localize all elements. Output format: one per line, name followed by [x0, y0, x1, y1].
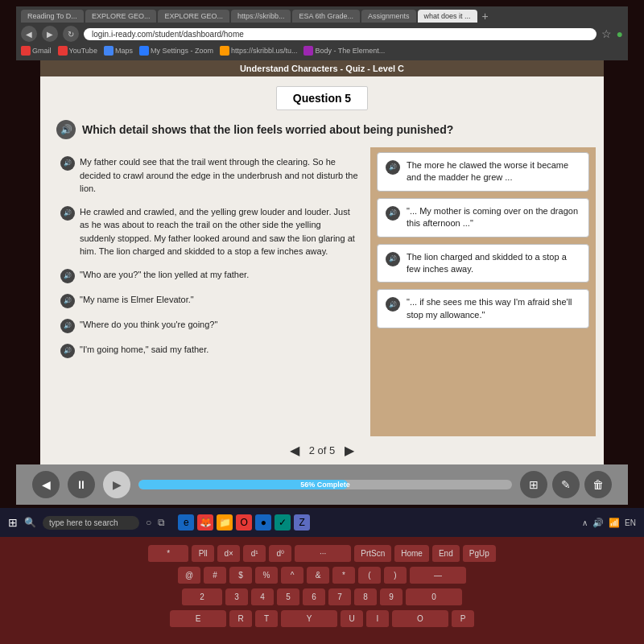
- taskbar-search-label[interactable]: type here to search: [43, 516, 139, 530]
- passage-speaker-2[interactable]: [60, 269, 75, 283]
- tab-active[interactable]: what does it ...: [418, 10, 477, 23]
- key-9[interactable]: 9: [380, 588, 402, 607]
- key-6[interactable]: 6: [303, 588, 325, 607]
- current-page: 2: [309, 444, 315, 456]
- key-rparen[interactable]: ): [384, 567, 407, 585]
- key-caret[interactable]: ^: [281, 567, 303, 585]
- taskbar-folder-icon[interactable]: 📁: [217, 514, 233, 530]
- key-0[interactable]: 0: [406, 588, 462, 607]
- refresh-button[interactable]: ↻: [63, 26, 79, 42]
- answer-speaker-2[interactable]: [386, 252, 400, 266]
- cortana-icon[interactable]: ○: [146, 517, 151, 528]
- windows-icon[interactable]: ⊞: [8, 516, 18, 529]
- answer-choice-1[interactable]: "... My mother is coming over on the dra…: [377, 198, 589, 237]
- zoom-icon: [139, 46, 149, 56]
- taskbar-chrome-icon[interactable]: ●: [255, 514, 271, 530]
- settings-button[interactable]: ✎: [552, 471, 580, 498]
- taskbar-up-icon[interactable]: ∧: [582, 518, 588, 527]
- key-t[interactable]: T: [255, 610, 278, 629]
- answer-speaker-3[interactable]: [386, 297, 400, 312]
- answer-choice-3[interactable]: "... if she sees me this way I'm afraid …: [377, 289, 589, 328]
- key-4[interactable]: 4: [251, 588, 274, 607]
- passage-text-1: He crawled and crawled, and the yelling …: [80, 205, 358, 258]
- prompt-speaker-icon[interactable]: [56, 120, 76, 139]
- search-icon[interactable]: 🔍: [24, 517, 36, 528]
- answer-speaker-1[interactable]: [386, 206, 400, 221]
- new-tab-button[interactable]: +: [482, 10, 489, 23]
- key-u[interactable]: U: [341, 610, 363, 629]
- taskbar-app2-icon[interactable]: Z: [294, 514, 310, 530]
- tab-esa[interactable]: ESA 6th Grade...: [292, 10, 360, 23]
- tab-assignments[interactable]: Assignments: [361, 10, 416, 23]
- answer-choice-2[interactable]: The lion charged and skidded to a stop a…: [377, 244, 589, 283]
- key-pll[interactable]: Pll: [192, 545, 214, 564]
- bookmark-zoom[interactable]: My Settings - Zoom: [139, 46, 213, 56]
- key-at[interactable]: @: [178, 567, 200, 585]
- key-lparen[interactable]: (: [358, 567, 381, 585]
- network-icon[interactable]: 📶: [609, 518, 620, 528]
- pause-button[interactable]: ⏸: [68, 471, 95, 498]
- passage-speaker-0[interactable]: [60, 156, 75, 171]
- key-hash[interactable]: #: [204, 567, 226, 585]
- play-button[interactable]: ▶: [103, 471, 130, 498]
- bookmark-youtube[interactable]: YouTube: [58, 46, 97, 56]
- tab-explore2[interactable]: EXPLORE GEO...: [158, 10, 229, 23]
- key-d0[interactable]: d⁰: [269, 545, 291, 564]
- taskbar-edge-icon[interactable]: e: [178, 514, 194, 530]
- star-icon[interactable]: ☆: [601, 27, 612, 40]
- save-button[interactable]: 🗑: [584, 471, 612, 498]
- key-end[interactable]: End: [432, 545, 460, 564]
- rewind-button[interactable]: ◀: [32, 471, 60, 498]
- passage-speaker-5[interactable]: [60, 344, 75, 358]
- passage-speaker-1[interactable]: [60, 206, 75, 221]
- grid-button[interactable]: ⊞: [520, 471, 547, 498]
- key-dash[interactable]: —: [410, 567, 466, 585]
- key-dollar[interactable]: $: [229, 567, 252, 585]
- taskbar-firefox-icon[interactable]: 🦊: [197, 514, 213, 530]
- passage-speaker-3[interactable]: [60, 294, 75, 308]
- key-star[interactable]: *: [332, 567, 355, 585]
- key-amp[interactable]: &: [307, 567, 329, 585]
- extension-icon[interactable]: ●: [617, 27, 623, 40]
- key-p[interactable]: P: [452, 610, 474, 629]
- key-d1[interactable]: d¹: [243, 545, 266, 564]
- forward-button[interactable]: ▶: [42, 26, 58, 42]
- taskbar-app1-icon[interactable]: ✓: [275, 514, 291, 530]
- key-3[interactable]: 3: [225, 588, 248, 607]
- key-8[interactable]: 8: [354, 588, 377, 607]
- key-dx[interactable]: d×: [217, 545, 240, 564]
- key-i[interactable]: I: [366, 610, 389, 629]
- key-e[interactable]: E: [170, 610, 226, 629]
- address-bar[interactable]: login.i-ready.com/student/dashboard/home: [84, 28, 597, 40]
- key-5[interactable]: 5: [277, 588, 299, 607]
- tab-skribbl[interactable]: https://skribb...: [231, 10, 291, 23]
- bookmark-skribbl[interactable]: https://skribbl.us/tu...: [220, 46, 298, 56]
- answer-choice-0[interactable]: The more he clawed the worse it became a…: [377, 152, 589, 192]
- prev-page-button[interactable]: ◀: [290, 443, 299, 458]
- key-home[interactable]: Home: [394, 545, 429, 564]
- key-y[interactable]: Y: [281, 610, 337, 629]
- key-o[interactable]: O: [392, 610, 448, 629]
- answer-speaker-0[interactable]: [386, 160, 400, 175]
- volume-icon[interactable]: 🔊: [592, 518, 604, 528]
- key-fn-special[interactable]: *: [148, 545, 188, 564]
- back-button[interactable]: ◀: [21, 26, 37, 42]
- content-area: My father could see that the trail went …: [40, 147, 604, 436]
- key-7[interactable]: 7: [328, 588, 351, 607]
- key-prtscn[interactable]: PrtScn: [354, 545, 391, 564]
- key-r[interactable]: R: [229, 610, 252, 629]
- bookmark-body[interactable]: Body - The Element...: [303, 46, 385, 56]
- passage-speaker-4[interactable]: [60, 319, 75, 333]
- taskbar-opera-icon[interactable]: O: [236, 514, 252, 530]
- key-percent[interactable]: %: [255, 567, 278, 585]
- tab-reading[interactable]: Reading To D...: [21, 10, 84, 23]
- key-2[interactable]: 2: [182, 588, 222, 607]
- bookmark-gmail[interactable]: Gmail: [21, 46, 52, 56]
- bookmark-maps[interactable]: Maps: [104, 46, 133, 56]
- passage-entry-4: "Where do you think you're going?": [60, 318, 358, 333]
- next-page-button[interactable]: ▶: [345, 443, 354, 458]
- tab-explore1[interactable]: EXPLORE GEO...: [85, 10, 157, 23]
- key-pgup[interactable]: PgUp: [463, 545, 496, 564]
- task-view-icon[interactable]: ⧉: [158, 517, 165, 528]
- key-dots[interactable]: ···: [295, 545, 351, 564]
